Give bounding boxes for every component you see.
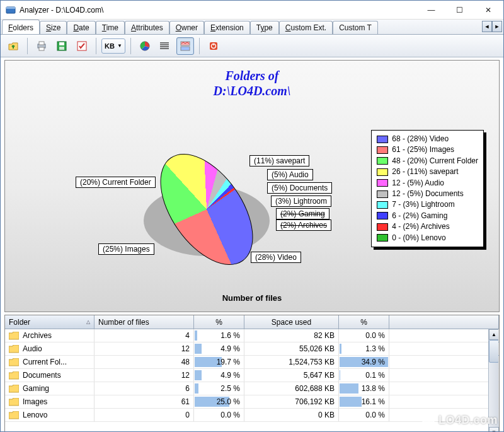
cell-space: 602,688 KB: [244, 382, 339, 395]
folder-grid: Folder△ Number of files % Space used % ▲…: [4, 315, 500, 432]
tab-scroll-right[interactable]: ►: [492, 21, 502, 32]
sort-asc-icon: △: [86, 319, 90, 325]
cell-space: 5,647 KB: [244, 369, 339, 382]
table-row[interactable]: Audio124.9 %55,026 KB1.3 %: [5, 342, 499, 356]
chart-subtitle: Number of files: [5, 293, 499, 303]
cell-nfiles: 61: [94, 395, 194, 408]
tab-type[interactable]: Type: [250, 21, 279, 34]
cell-pct-files: 25.0 %: [194, 395, 244, 408]
cell-spacer: [389, 369, 499, 382]
column-header-percent-space[interactable]: %: [339, 315, 389, 329]
svg-rect-1: [6, 7, 15, 9]
cell-space: 82 KB: [244, 329, 339, 342]
minimize-button[interactable]: —: [417, 1, 445, 19]
tab-extension[interactable]: Extension: [204, 21, 250, 34]
cell-space: 55,026 KB: [244, 342, 339, 355]
cell-pct-files: 0.0 %: [194, 409, 244, 421]
tab-custom-ext-[interactable]: Custom Ext.: [279, 21, 333, 34]
legend-item: 26 - (11%) savepart: [377, 166, 478, 177]
callout-archives: (2%) Archives: [276, 219, 331, 231]
grid-body: ▲ ▼ Archives41.6 %82 KB0.0 %Audio124.9 %…: [5, 329, 499, 432]
tab-custom-t[interactable]: Custom T: [333, 21, 378, 34]
stop-button[interactable]: [205, 37, 222, 55]
svg-point-10: [160, 42, 161, 44]
column-header-folder[interactable]: Folder△: [5, 315, 94, 329]
chart-area: Folders of D:\LO4D.com\ (28%) Video (25%…: [4, 60, 500, 312]
cell-pct-space: 0.0 %: [339, 409, 389, 421]
callout-current-folder: (20%) Current Folder: [76, 177, 156, 188]
svg-rect-3: [39, 42, 44, 45]
legend-item: 12 - (5%) Documents: [377, 189, 478, 199]
callout-video: (28%) Video: [251, 252, 301, 263]
close-button[interactable]: ✕: [474, 1, 502, 19]
tab-folders[interactable]: Folders: [2, 20, 40, 34]
unit-label: KB: [105, 42, 115, 50]
table-row[interactable]: Documents124.9 %5,647 KB0.1 %: [5, 369, 499, 382]
cell-nfiles: 12: [94, 369, 194, 382]
tab-scroll-left[interactable]: ◄: [482, 21, 492, 32]
up-folder-button[interactable]: [4, 37, 22, 55]
svg-rect-15: [181, 47, 190, 50]
chart-title: Folders of D:\LO4D.com\: [5, 68, 499, 98]
tab-size[interactable]: Size: [40, 21, 67, 34]
grid-header: Folder△ Number of files % Space used %: [5, 315, 499, 329]
cell-pct-files: 1.6 %: [194, 329, 244, 342]
legend-swatch: [377, 234, 388, 242]
table-row[interactable]: Archives41.6 %82 KB0.0 %: [5, 329, 499, 342]
legend-swatch: [377, 201, 388, 209]
scroll-down-button[interactable]: ▼: [489, 427, 499, 432]
chart-legend: 68 - (28%) Video61 - (25%) Images48 - (2…: [371, 130, 484, 247]
print-button[interactable]: [33, 37, 50, 55]
cell-nfiles: 4: [94, 329, 194, 342]
legend-swatch: [377, 179, 388, 187]
cell-pct-files: 2.5 %: [194, 382, 244, 395]
cell-pct-space: 34.9 %: [339, 356, 389, 368]
save-button[interactable]: [53, 37, 71, 55]
tab-time[interactable]: Time: [96, 21, 125, 34]
chart-and-list-view-button[interactable]: [176, 37, 194, 55]
table-row[interactable]: Current Fol...4819.7 %1,524,753 KB34.9 %: [5, 356, 499, 369]
table-row[interactable]: Gaming62.5 %602,688 KB13.8 %: [5, 382, 499, 395]
cell-space: 1,524,753 KB: [244, 356, 339, 368]
legend-label: 12 - (5%) Audio: [392, 178, 444, 189]
legend-item: 7 - (3%) Lightroom: [377, 199, 478, 210]
legend-item: 0 - (0%) Lenovo: [377, 233, 478, 243]
cell-folder: Lenovo: [5, 409, 94, 421]
legend-label: 7 - (3%) Lightroom: [392, 199, 454, 210]
legend-item: 48 - (20%) Current Folder: [377, 156, 478, 166]
tab-attributes[interactable]: Attributes: [125, 21, 169, 34]
tab-date[interactable]: Date: [67, 21, 95, 34]
callout-documents: (5%) Documents: [267, 182, 332, 194]
cell-folder: Documents: [5, 369, 94, 382]
cell-spacer: [389, 409, 499, 421]
unit-kb-dropdown[interactable]: KB ▼: [101, 38, 125, 54]
pie-chart-view-button[interactable]: [136, 37, 154, 55]
svg-rect-7: [59, 47, 64, 50]
legend-swatch: [377, 190, 388, 198]
cell-pct-files: 4.9 %: [194, 342, 244, 355]
cell-nfiles: 0: [94, 409, 194, 421]
svg-rect-4: [39, 47, 44, 50]
options-button[interactable]: [73, 37, 91, 55]
table-row[interactable]: Lenovo00.0 %0 KB0.0 %: [5, 409, 499, 422]
legend-item: 4 - (2%) Archives: [377, 221, 478, 232]
details-view-button[interactable]: [156, 37, 174, 55]
column-header-percent-files[interactable]: %: [194, 315, 244, 329]
svg-rect-6: [59, 42, 64, 45]
column-header-space-used[interactable]: Space used: [244, 315, 339, 329]
table-row[interactable]: Images6125.0 %706,192 KB16.1 %: [5, 395, 499, 409]
cell-pct-space: 13.8 %: [339, 382, 389, 395]
tab-owner[interactable]: Owner: [169, 21, 204, 34]
cell-pct-space: 0.0 %: [339, 329, 389, 342]
legend-label: 48 - (20%) Current Folder: [392, 156, 478, 166]
cell-spacer: [389, 329, 499, 342]
maximize-button[interactable]: ☐: [445, 1, 474, 19]
callout-audio: (5%) Audio: [267, 169, 313, 180]
toolbar: KB ▼: [1, 35, 503, 57]
svg-point-13: [160, 48, 161, 49]
column-header-number-of-files[interactable]: Number of files: [94, 315, 194, 329]
legend-swatch: [377, 136, 388, 143]
cell-spacer: [389, 342, 499, 355]
legend-item: 68 - (28%) Video: [377, 134, 478, 144]
cell-nfiles: 48: [94, 356, 194, 368]
